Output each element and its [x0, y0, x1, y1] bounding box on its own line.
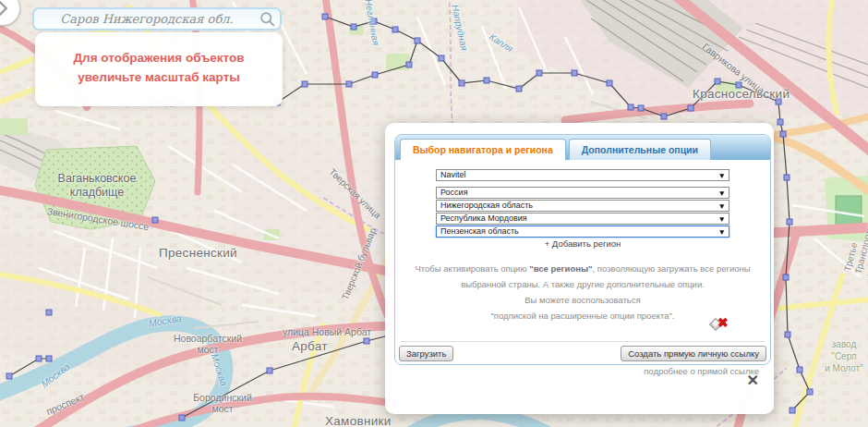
- dropdown-arrow-icon: ▼: [718, 214, 726, 224]
- dialog-tabbar: Выбор навигатора и региона Дополнительны…: [395, 135, 770, 160]
- info-line-3: Вы можете воспользоваться: [404, 295, 761, 305]
- download-dialog: Выбор навигатора и региона Дополнительны…: [385, 123, 774, 414]
- tab-extra-options[interactable]: Дополнительные опции: [569, 139, 711, 160]
- search-input[interactable]: [38, 9, 256, 29]
- dialog-info-text: Чтобы активировать опцию "все регионы", …: [404, 263, 761, 326]
- info-line-4: "подпиской на расширенные опции проекта"…: [404, 311, 761, 321]
- zoom-notice: Для отображения объектов увеличьте масшт…: [35, 32, 283, 106]
- dropdown-arrow-icon: ▼: [718, 189, 726, 198]
- broken-image-red-x: ✖: [717, 315, 729, 330]
- zoom-notice-line2: увеличьте масштаб карты: [35, 67, 283, 87]
- info-line1-bold: "все регионы": [529, 263, 592, 274]
- zoom-notice-line1: Для отображения объектов: [35, 48, 283, 67]
- create-link-button[interactable]: Создать прямую личную ссылку: [621, 346, 766, 361]
- chevron-right-icon: [0, 0, 19, 25]
- download-button[interactable]: Загрузить: [399, 346, 453, 361]
- tab-navigator-region[interactable]: Выбор навигатора и региона: [400, 139, 566, 160]
- dialog-separator: [401, 341, 765, 342]
- map-app: Красносельский Гаврикова улица Ваганьков…: [0, 0, 868, 427]
- select-region-1[interactable]: Нижегородская область ▼: [436, 200, 729, 212]
- add-region-link[interactable]: + Добавить регион: [395, 238, 770, 249]
- select-region-3[interactable]: Пензенская область ▼: [436, 226, 729, 238]
- select-navigator[interactable]: Navitel ▼: [436, 169, 729, 181]
- dropdown-arrow-icon: ▼: [718, 171, 726, 180]
- direct-link-details-link[interactable]: подробнее о прямой ссылке: [644, 366, 759, 376]
- info-line1-suffix: , позволяющую загружать все регионы: [593, 263, 751, 274]
- select-region-3-value: Пензенская область: [440, 226, 519, 236]
- region-selects: Navitel ▼ Россия ▼ Нижегородская область…: [395, 169, 770, 238]
- select-region-2-value: Республика Мордовия: [440, 214, 527, 223]
- dialog-buttons: Загрузить Создать прямую личную ссылку: [399, 346, 766, 361]
- select-region-2[interactable]: Республика Мордовия ▼: [436, 213, 729, 225]
- panel-expand-button[interactable]: [0, 0, 20, 26]
- select-navigator-value: Navitel: [440, 170, 466, 179]
- select-country[interactable]: Россия ▼: [436, 187, 729, 199]
- dropdown-arrow-icon: ▼: [718, 201, 726, 211]
- select-region-1-value: Нижегородская область: [440, 201, 533, 210]
- close-icon[interactable]: ✕: [747, 373, 759, 388]
- search-icon[interactable]: [259, 11, 275, 27]
- info-line1-prefix: Чтобы активировать опцию: [415, 263, 529, 274]
- dropdown-arrow-icon: ▼: [718, 227, 726, 237]
- info-line-1: Чтобы активировать опцию "все регионы", …: [404, 263, 761, 274]
- info-line-2: выбранной страны. А также другие дополни…: [404, 279, 761, 289]
- broken-image-icon: ✖: [710, 314, 734, 336]
- select-country-value: Россия: [440, 188, 468, 197]
- search-box: [32, 7, 282, 30]
